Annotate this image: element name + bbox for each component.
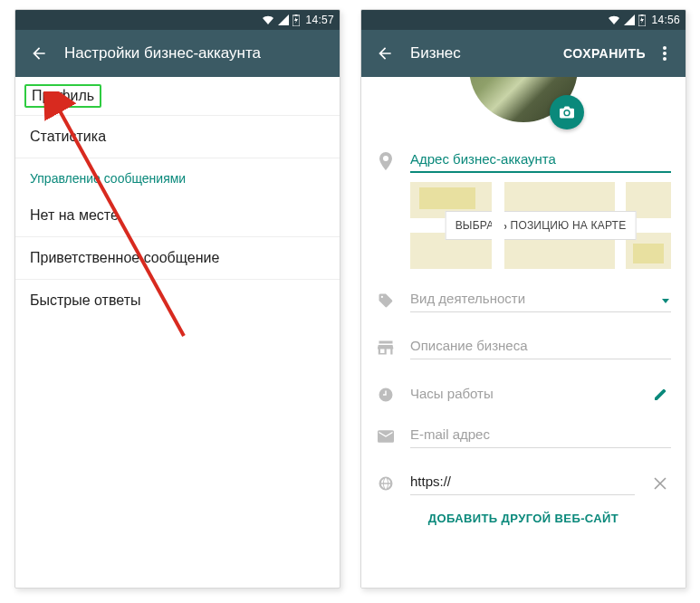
address-input[interactable]: Адрес бизнес-аккаунта xyxy=(410,149,671,173)
list-item-away[interactable]: Нет на месте xyxy=(15,195,340,237)
globe-icon xyxy=(376,474,396,493)
clock-icon xyxy=(376,385,396,405)
edit-hours-button[interactable] xyxy=(649,388,671,402)
hours-input[interactable]: Часы работы xyxy=(410,383,635,407)
svg-point-6 xyxy=(663,52,666,55)
page-title: Настройки бизнес-аккаунта xyxy=(64,44,332,62)
svg-point-7 xyxy=(663,57,666,61)
email-input[interactable]: E-mail адрес xyxy=(410,425,671,448)
tag-icon xyxy=(376,291,396,311)
settings-screen: 14:57 Настройки бизнес-аккаунта Профиль … xyxy=(14,9,340,589)
camera-fab[interactable] xyxy=(550,95,584,129)
clear-url-button[interactable] xyxy=(649,477,671,490)
url-field-row: https:// xyxy=(361,464,686,495)
page-title: Бизнес xyxy=(410,44,563,62)
hours-field-row: Часы работы xyxy=(361,376,686,407)
category-field-row: Вид деятельности xyxy=(361,282,686,312)
business-profile-screen: 14:56 Бизнес СОХРАНИТЬ Адрес бизнес-акка… xyxy=(360,9,686,589)
pencil-icon xyxy=(653,388,667,402)
status-clock: 14:56 xyxy=(651,14,680,26)
close-icon xyxy=(654,477,666,490)
back-button[interactable] xyxy=(369,37,401,70)
avatar-area xyxy=(361,77,686,131)
status-bar: 14:56 xyxy=(361,10,686,30)
app-bar: Бизнес СОХРАНИТЬ xyxy=(361,30,686,77)
description-field-row: Описание бизнеса xyxy=(361,329,686,359)
camera-icon xyxy=(559,105,575,120)
wifi-icon xyxy=(608,14,620,25)
email-field-row: E-mail адрес xyxy=(361,417,686,448)
battery-icon xyxy=(292,14,300,26)
category-select[interactable]: Вид деятельности xyxy=(410,289,671,312)
back-button[interactable] xyxy=(23,37,55,70)
wifi-icon xyxy=(262,14,274,25)
url-input[interactable]: https:// xyxy=(410,472,635,495)
signal-icon xyxy=(624,14,635,25)
arrow-back-icon xyxy=(376,44,394,62)
address-field-row: Адрес бизнес-аккаунта xyxy=(361,142,686,173)
list-item-greeting[interactable]: Приветственное сообщение xyxy=(15,237,340,280)
signal-icon xyxy=(278,14,289,25)
status-bar: 14:57 xyxy=(15,10,340,30)
location-icon xyxy=(376,151,396,171)
list-item-quick[interactable]: Быстрые ответы xyxy=(15,280,340,321)
map-preview[interactable]: ВЫБРАТЬ ПОЗИЦИЮ НА КАРТЕ xyxy=(410,182,671,269)
status-clock: 14:57 xyxy=(305,14,334,26)
description-input[interactable]: Описание бизнеса xyxy=(410,336,671,359)
arrow-back-icon xyxy=(30,44,48,62)
svg-rect-1 xyxy=(295,14,298,16)
list-item-stats[interactable]: Статистика xyxy=(15,116,340,158)
svg-point-5 xyxy=(663,46,666,50)
map-pick-button[interactable]: ВЫБРАТЬ ПОЗИЦИЮ НА КАРТЕ xyxy=(446,211,637,240)
add-website-button[interactable]: ДОБАВИТЬ ДРУГОЙ ВЕБ-САЙТ xyxy=(361,495,686,541)
overflow-button[interactable] xyxy=(651,37,678,70)
more-vert-icon xyxy=(663,46,666,61)
list-item-profile[interactable]: Профиль xyxy=(15,77,340,116)
store-icon xyxy=(376,338,396,358)
battery-icon xyxy=(638,14,646,26)
highlight-annotation: Профиль xyxy=(24,84,101,108)
svg-rect-4 xyxy=(641,14,644,16)
save-button[interactable]: СОХРАНИТЬ xyxy=(563,46,646,61)
app-bar: Настройки бизнес-аккаунта xyxy=(15,30,340,77)
mail-icon xyxy=(376,426,396,446)
section-header: Управление сообщениями xyxy=(15,158,340,195)
